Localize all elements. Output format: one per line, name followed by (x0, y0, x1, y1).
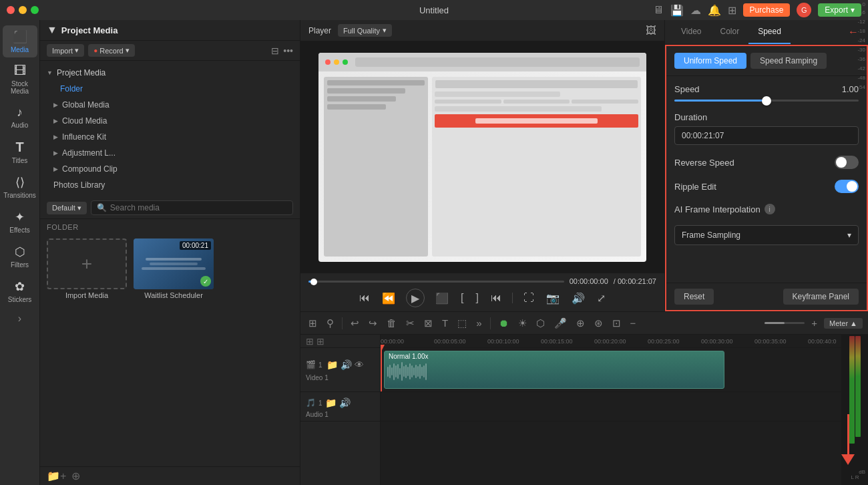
redo-button[interactable]: ↪ (366, 316, 380, 331)
sort-button[interactable]: Default ▾ (47, 202, 87, 214)
search-input[interactable] (110, 203, 287, 212)
progress-bar[interactable] (308, 281, 564, 283)
toolbar-item-stickers[interactable]: ✿ Stickers (3, 275, 37, 307)
track-volume-icon[interactable]: 🔊 (341, 359, 352, 370)
track-label-audio1: 🎵 1 📁 🔊 Audio 1 (300, 392, 380, 422)
mark-in-button[interactable]: [ (459, 291, 465, 305)
delete-button[interactable]: 🗑 (384, 316, 399, 330)
toolbar-item-titles[interactable]: T Titles (3, 136, 37, 168)
audio-icon: ♪ (17, 106, 23, 120)
speed-slider-thumb[interactable] (762, 96, 771, 106)
duration-input[interactable] (674, 126, 859, 145)
sidebar-item-photos-library[interactable]: Photos Library (40, 177, 300, 193)
sidebar-item-folder[interactable]: Folder (40, 81, 300, 97)
text-button[interactable]: T (439, 316, 451, 330)
speed-ramping-tab[interactable]: Speed Ramping (750, 53, 827, 69)
uniform-speed-tab[interactable]: Uniform Speed (674, 53, 746, 69)
toolbar-item-effects[interactable]: ✦ Effects (3, 206, 37, 238)
mark-out-button[interactable]: ] (475, 291, 480, 305)
plus-tl-button[interactable]: + (809, 316, 820, 330)
minus-button[interactable]: − (628, 316, 639, 330)
current-time: 00:00:00:00 (570, 277, 608, 285)
camera-button[interactable]: 📷 (545, 291, 561, 306)
avatar-button[interactable]: G (797, 3, 811, 17)
exposure-button[interactable]: ☀ (515, 316, 529, 331)
crop-button[interactable]: ⬚ (455, 316, 469, 331)
record-button[interactable]: ● Record ▾ (88, 44, 135, 57)
toolbar-item-media[interactable]: ⬛ Media (3, 25, 37, 57)
filter-icon[interactable]: ⊟ (271, 45, 279, 56)
play-button[interactable]: ▶ (406, 289, 425, 307)
prev-clip-button[interactable]: ⏮ (489, 291, 503, 305)
progress-bar-container: 00:00:00:00 / 00:00:21:07 (308, 277, 656, 285)
maximize-button[interactable] (31, 6, 39, 14)
sidebar-item-project-media[interactable]: ▼ Project Media (40, 65, 300, 81)
frame-sampling-select[interactable]: Frame Sampling ▾ (674, 225, 859, 245)
toolbar-item-filters[interactable]: ⬡ Filters (3, 240, 37, 273)
zoom-slider[interactable] (765, 322, 805, 324)
import-media-item[interactable]: + Import Media (47, 238, 127, 299)
snap-button[interactable]: ⊞ (306, 316, 320, 331)
toolbar-item-audio[interactable]: ♪ Audio (3, 102, 37, 133)
add-item-icon[interactable]: ⊕ (71, 470, 80, 482)
export-button[interactable]: Export ▾ (818, 3, 861, 17)
speed-slider-track[interactable] (674, 100, 859, 102)
overlay-button[interactable]: ⊛ (592, 316, 606, 331)
audio-track-volume-icon[interactable]: 🔊 (339, 397, 351, 408)
fullscreen-button[interactable]: ⛶ (522, 291, 535, 305)
add-audio-track-icon[interactable]: ⊞ (316, 336, 324, 347)
purchase-button[interactable]: Purchase (743, 3, 791, 17)
record-tl-button[interactable]: ⏺ (496, 316, 511, 330)
toolbar-more-icon[interactable]: › (18, 313, 21, 325)
quality-button[interactable]: Full Quality ▾ (338, 24, 392, 37)
toolbar-item-transitions[interactable]: ⟨⟩ Transitions (3, 171, 37, 203)
more-options-icon[interactable]: ••• (283, 45, 293, 56)
screenshot-icon[interactable]: 🖼 (646, 25, 656, 37)
more-button[interactable]: » (473, 316, 484, 330)
stretch-button[interactable]: ⤢ (596, 291, 607, 306)
ripple-edit-toggle[interactable] (835, 180, 859, 193)
trim-button[interactable]: ⊠ (421, 316, 435, 331)
track-folder-icon[interactable]: 📁 (327, 359, 338, 370)
magnet-button[interactable]: ⚲ (324, 316, 337, 331)
import-button[interactable]: Import ▾ (47, 44, 84, 57)
volume-button[interactable]: 🔊 (570, 291, 586, 306)
media-check-icon: ✓ (200, 276, 211, 287)
shield-button[interactable]: ⬡ (533, 316, 548, 331)
reset-button[interactable]: Reset (674, 289, 714, 305)
sidebar-item-influence-kit[interactable]: ▶ Influence Kit (40, 129, 300, 145)
tab-speed[interactable]: Speed (748, 20, 791, 44)
progress-handle[interactable] (310, 279, 317, 285)
keyframe-panel-button[interactable]: Keyframe Panel (783, 289, 859, 305)
close-button[interactable] (7, 6, 15, 14)
add-folder-icon[interactable]: 📁+ (47, 470, 66, 482)
reverse-speed-toggle[interactable] (835, 156, 859, 169)
ripple-edit-label: Ripple Edit (674, 182, 716, 192)
meter-button[interactable]: Meter ▲ (824, 318, 863, 329)
video-clip[interactable]: Normal 1.00x (384, 351, 724, 389)
player-controls: 00:00:00:00 / 00:00:21:07 ⏮ ⏪ ▶ ⬛ [ ] ⏮ … (300, 273, 664, 311)
right-panel: Video Color Speed ← Uniform Speed (664, 20, 868, 311)
tab-video[interactable]: Video (672, 20, 710, 44)
add-video-track-icon[interactable]: ⊞ (306, 336, 314, 347)
sidebar-item-cloud-media[interactable]: ▶ Cloud Media (40, 113, 300, 129)
sidebar-item-adjustment[interactable]: ▶ Adjustment L... (40, 145, 300, 161)
mic-button[interactable]: 🎤 (552, 316, 570, 331)
slow-rewind-button[interactable]: ⏪ (381, 291, 397, 306)
prev-frame-button[interactable]: ⏮ (358, 291, 371, 305)
waitlist-media-item[interactable]: 00:00:21 ✓ Waitlist Scheduler (134, 238, 214, 299)
sidebar-item-compound-clip[interactable]: ▶ Compound Clip (40, 161, 300, 177)
undo-button[interactable]: ↩ (348, 316, 362, 331)
toolbar-item-stock-media[interactable]: 🎞 Stock Media (3, 60, 37, 99)
audio-track-folder-icon[interactable]: 📁 (325, 397, 337, 408)
minimize-button[interactable] (19, 6, 27, 14)
project-media-label: Project Media (57, 68, 105, 77)
cut-button[interactable]: ✂ (403, 316, 417, 331)
effects-tl-button[interactable]: ⊕ (574, 316, 588, 331)
sidebar-item-global-media[interactable]: ▶ Global Media (40, 97, 300, 113)
pip-button[interactable]: ⊡ (610, 316, 624, 331)
tab-color[interactable]: Color (710, 20, 748, 44)
stop-button[interactable]: ⬛ (434, 291, 450, 306)
ai-info-icon[interactable]: i (765, 204, 775, 214)
track-eye-icon[interactable]: 👁 (355, 359, 364, 370)
